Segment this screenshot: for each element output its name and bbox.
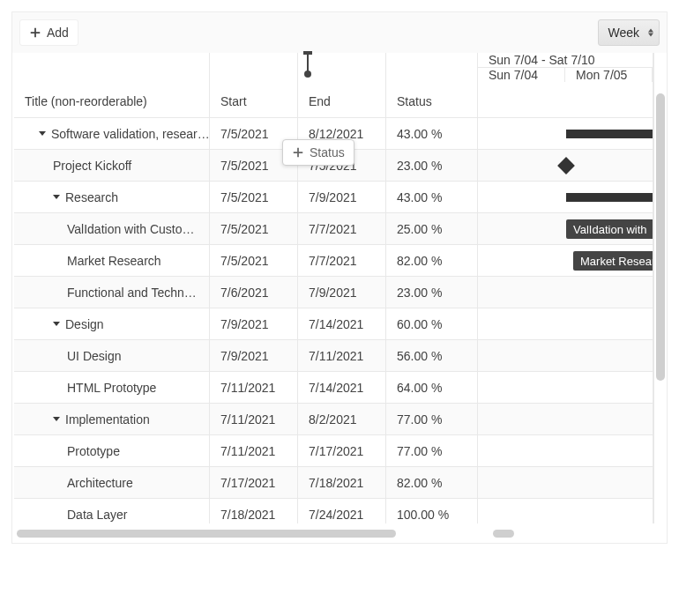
header-title[interactable]: Title (non-reorderable) [14, 53, 210, 118]
cell-end[interactable]: 7/9/2021 [298, 182, 386, 213]
cell-gantt[interactable] [478, 182, 653, 213]
gantt-summary-bar[interactable] [566, 130, 653, 138]
cell-status[interactable]: 82.00 % [386, 245, 478, 277]
cell-start[interactable]: 7/5/2021 [210, 245, 298, 277]
drag-tooltip-label: Status [310, 145, 345, 160]
cell-title[interactable]: Design [14, 308, 210, 340]
table-row[interactable]: Implementation7/11/20218/2/202177.00 % [14, 404, 653, 435]
table-row[interactable]: ValIdation with Custo…7/5/20217/7/202125… [14, 213, 653, 245]
cell-title[interactable]: Market Research [14, 245, 210, 277]
cell-title[interactable]: UI Design [14, 340, 210, 372]
cell-start[interactable]: 7/5/2021 [210, 213, 298, 245]
cell-start[interactable]: 7/5/2021 [210, 182, 298, 213]
gantt-task-bar[interactable]: ValIdation with [566, 219, 653, 239]
cell-gantt[interactable]: ValIdation with [478, 213, 653, 245]
cell-gantt[interactable] [478, 277, 653, 308]
cell-status[interactable]: 56.00 % [386, 340, 478, 372]
cell-end[interactable]: 7/14/2021 [298, 308, 386, 340]
expand-caret-icon[interactable] [53, 322, 60, 326]
table-row[interactable]: Research7/5/20217/9/202143.00 % [14, 182, 653, 213]
cell-end[interactable]: 7/24/2021 [298, 499, 386, 523]
table-row[interactable]: Prototype7/11/20217/17/202177.00 % [14, 435, 653, 467]
cell-status[interactable]: 77.00 % [386, 435, 478, 467]
cell-status[interactable]: 43.00 % [386, 182, 478, 213]
cell-status[interactable]: 100.00 % [386, 499, 478, 523]
header-status[interactable]: Status [386, 53, 478, 118]
table-row[interactable]: UI Design7/9/20217/11/202156.00 % [14, 340, 653, 372]
view-select-value: Week [608, 26, 639, 40]
cell-title[interactable]: HTML Prototype [14, 372, 210, 404]
grid-body: Software validation, resear…7/5/20218/12… [14, 118, 653, 523]
cell-title[interactable]: Functional and Techn… [14, 277, 210, 308]
cell-gantt[interactable] [478, 467, 653, 499]
cell-end[interactable]: 7/17/2021 [298, 435, 386, 467]
cell-gantt[interactable] [478, 435, 653, 467]
title-text: Prototype [67, 444, 120, 458]
cell-status[interactable]: 64.00 % [386, 372, 478, 404]
cell-start[interactable]: 7/11/2021 [210, 404, 298, 435]
cell-end[interactable]: 7/11/2021 [298, 340, 386, 372]
cell-gantt[interactable] [478, 308, 653, 340]
cell-status[interactable]: 82.00 % [386, 467, 478, 499]
cell-end[interactable]: 7/7/2021 [298, 213, 386, 245]
cell-title[interactable]: Prototype [14, 435, 210, 467]
gantt-task-bar[interactable]: Market Resear [573, 251, 653, 271]
cell-end[interactable]: 7/14/2021 [298, 372, 386, 404]
expand-caret-icon[interactable] [53, 195, 60, 199]
header-start[interactable]: Start [210, 53, 298, 118]
timeline-day[interactable]: Mon 7/05 [565, 68, 653, 82]
gantt-milestone[interactable] [557, 157, 575, 174]
table-row[interactable]: Architecture7/17/20217/18/202182.00 % [14, 467, 653, 499]
table-row[interactable]: HTML Prototype7/11/20217/14/202164.00 % [14, 372, 653, 404]
cell-start[interactable]: 7/6/2021 [210, 277, 298, 308]
cell-title[interactable]: Project Kickoff [14, 150, 210, 182]
cell-gantt[interactable] [478, 499, 653, 523]
timeline-day[interactable]: Sun 7/04 [478, 68, 565, 82]
expand-caret-icon[interactable] [53, 417, 60, 421]
table-row[interactable]: Market Research7/5/20217/7/202182.00 %Ma… [14, 245, 653, 277]
cell-gantt[interactable] [478, 118, 653, 150]
plus-icon [29, 26, 41, 39]
timeline-horizontal-scrollbar[interactable] [493, 530, 514, 538]
cell-gantt[interactable] [478, 404, 653, 435]
header-timeline: Sun 7/04 - Sat 7/10 Sun 7/04 Mon 7/05 [478, 53, 653, 118]
title-text: Implementation [65, 412, 150, 427]
cell-start[interactable]: 7/9/2021 [210, 308, 298, 340]
cell-status[interactable]: 43.00 % [386, 118, 478, 150]
cell-gantt[interactable]: Market Resear [478, 245, 653, 277]
cell-status[interactable]: 23.00 % [386, 277, 478, 308]
horizontal-scrollbar[interactable] [17, 530, 396, 538]
cell-title[interactable]: Implementation [14, 404, 210, 435]
cell-status[interactable]: 60.00 % [386, 308, 478, 340]
cell-end[interactable]: 8/2/2021 [298, 404, 386, 435]
timeline-range: Sun 7/04 - Sat 7/10 [489, 53, 595, 67]
cell-start[interactable]: 7/17/2021 [210, 467, 298, 499]
cell-end[interactable]: 7/18/2021 [298, 467, 386, 499]
cell-gantt[interactable] [478, 150, 653, 182]
cell-title[interactable]: ValIdation with Custo… [14, 213, 210, 245]
cell-start[interactable]: 7/11/2021 [210, 372, 298, 404]
gantt-summary-bar[interactable] [566, 193, 653, 202]
expand-caret-icon[interactable] [39, 131, 46, 136]
table-row[interactable]: Functional and Techn…7/6/20217/9/202123.… [14, 277, 653, 308]
vertical-scrollbar[interactable] [656, 93, 665, 381]
cell-title[interactable]: Architecture [14, 467, 210, 499]
cell-end[interactable]: 7/9/2021 [298, 277, 386, 308]
header-end[interactable]: End [298, 53, 386, 118]
cell-status[interactable]: 23.00 % [386, 150, 478, 182]
cell-gantt[interactable] [478, 340, 653, 372]
table-row[interactable]: Design7/9/20217/14/202160.00 % [14, 308, 653, 340]
cell-start[interactable]: 7/18/2021 [210, 499, 298, 523]
cell-start[interactable]: 7/9/2021 [210, 340, 298, 372]
view-select[interactable]: Week [598, 19, 660, 46]
cell-title[interactable]: Research [14, 182, 210, 213]
cell-end[interactable]: 7/7/2021 [298, 245, 386, 277]
cell-start[interactable]: 7/11/2021 [210, 435, 298, 467]
table-row[interactable]: Data Layer7/18/20217/24/2021100.00 % [14, 499, 653, 523]
cell-title[interactable]: Software validation, resear… [14, 118, 210, 150]
cell-status[interactable]: 25.00 % [386, 213, 478, 245]
cell-status[interactable]: 77.00 % [386, 404, 478, 435]
add-button[interactable]: Add [19, 19, 78, 46]
cell-title[interactable]: Data Layer [14, 499, 210, 523]
cell-gantt[interactable] [478, 372, 653, 404]
